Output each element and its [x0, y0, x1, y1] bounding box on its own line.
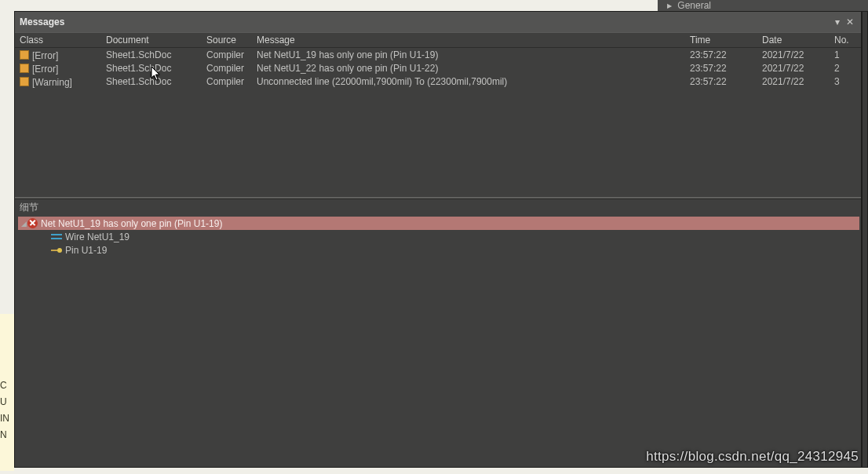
- cell-time: 23:57:22: [685, 48, 757, 61]
- side-text: C U IN N: [0, 380, 9, 440]
- cell-no: 1: [830, 48, 861, 61]
- cell-no: 3: [830, 75, 861, 88]
- wire-icon: [51, 234, 62, 239]
- details-child[interactable]: Wire NetU1_19: [18, 230, 861, 243]
- details-root-label: Net NetU1_19 has only one pin (Pin U1-19…: [41, 218, 222, 229]
- cell-class: [Error]: [32, 50, 58, 61]
- panel-title: Messages: [20, 16, 831, 27]
- col-source[interactable]: Source: [202, 33, 252, 47]
- cell-source: Compiler: [202, 48, 252, 61]
- cell-date: 2021/7/22: [757, 48, 830, 61]
- table-row[interactable]: [Error]Sheet1.SchDocCompilerNet NetU1_19…: [15, 48, 861, 61]
- cell-document: Sheet1.SchDoc: [101, 75, 202, 88]
- col-message[interactable]: Message: [252, 33, 685, 47]
- col-class[interactable]: Class: [15, 33, 101, 47]
- cell-message: Unconnected line (22000mil,7900mil) To (…: [252, 75, 685, 88]
- details-child[interactable]: Pin U1-19: [18, 243, 861, 257]
- cell-date: 2021/7/22: [757, 75, 830, 88]
- cell-no: 2: [830, 61, 861, 75]
- details-root[interactable]: ◢ Net NetU1_19 has only one pin (Pin U1-…: [18, 217, 859, 230]
- messages-rows: [Error]Sheet1.SchDocCompilerNet NetU1_19…: [15, 48, 861, 197]
- cell-message: Net NetU1_22 has only one pin (Pin U1-22…: [252, 61, 685, 75]
- close-icon[interactable]: ✕: [844, 16, 856, 27]
- col-no[interactable]: No.: [830, 33, 861, 47]
- background-left-strip: C U IN N: [0, 314, 14, 471]
- col-date[interactable]: Date: [757, 33, 830, 47]
- cell-class: [Warning]: [32, 77, 72, 88]
- messages-panel: Messages ▾ ✕ Class Document Source Messa…: [14, 11, 862, 468]
- top-tab-label: General: [677, 0, 711, 11]
- cell-date: 2021/7/22: [757, 61, 830, 75]
- watermark-text: https://blog.csdn.net/qq_24312945: [646, 449, 859, 465]
- col-time[interactable]: Time: [685, 33, 757, 47]
- chevron-right-icon: ▶: [667, 2, 672, 9]
- cell-source: Compiler: [202, 75, 252, 88]
- col-document[interactable]: Document: [101, 33, 202, 47]
- table-row[interactable]: [Warning]Sheet1.SchDocCompilerUnconnecte…: [15, 75, 861, 88]
- status-square-icon: [20, 50, 29, 60]
- details-title: 细节: [15, 199, 861, 216]
- right-dock-strip: [862, 11, 868, 468]
- cell-document: Sheet1.SchDoc: [101, 48, 202, 61]
- status-square-icon: [20, 77, 29, 86]
- options-icon[interactable]: ▾: [831, 16, 844, 27]
- cell-source: Compiler: [202, 61, 252, 75]
- details-child-label: Pin U1-19: [65, 245, 107, 256]
- cell-time: 23:57:22: [685, 61, 757, 75]
- top-tab-general[interactable]: ▶ General: [658, 0, 868, 11]
- pin-icon: [51, 247, 62, 253]
- cell-time: 23:57:22: [685, 75, 757, 88]
- details-tree: ◢ Net NetU1_19 has only one pin (Pin U1-…: [15, 216, 861, 467]
- details-child-label: Wire NetU1_19: [65, 232, 129, 242]
- cell-class: [Error]: [32, 64, 58, 75]
- table-row[interactable]: [Error]Sheet1.SchDocCompilerNet NetU1_22…: [15, 61, 861, 75]
- status-square-icon: [20, 64, 29, 73]
- error-icon: [27, 218, 38, 228]
- cell-document: Sheet1.SchDoc: [101, 61, 202, 75]
- panel-titlebar: Messages ▾ ✕: [15, 12, 861, 32]
- caret-down-icon[interactable]: ◢: [20, 220, 27, 228]
- messages-column-headers: Class Document Source Message Time Date …: [15, 32, 861, 48]
- cell-message: Net NetU1_19 has only one pin (Pin U1-19…: [252, 48, 685, 61]
